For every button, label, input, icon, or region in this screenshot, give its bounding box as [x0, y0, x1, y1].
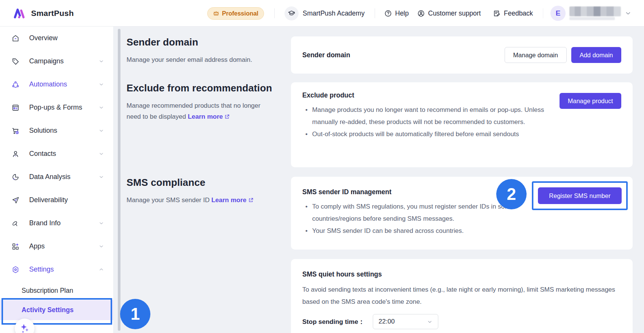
top-navigation-bar: SmartPush Professional SmartPush Academy…: [0, 0, 644, 27]
feedback-link[interactable]: Feedback: [493, 0, 533, 27]
customer-support-link[interactable]: Customer support: [417, 0, 481, 27]
avatar-initial: E: [556, 9, 561, 17]
sidebar-item-solutions[interactable]: Solutions: [0, 119, 113, 142]
external-link-icon: [248, 197, 254, 203]
avatar: E: [550, 6, 566, 21]
section-sms-compliance: SMS compliance Manage your SMS sender ID…: [127, 177, 633, 250]
exclude-product-card: Exclude product Manage products you no l…: [291, 82, 633, 167]
add-domain-button[interactable]: Add domain: [571, 47, 621, 63]
user-icon: [11, 150, 20, 158]
section-title: Sender domain: [127, 36, 276, 48]
card-title: Exclude product: [302, 91, 354, 99]
section-title: Exclude from recommendation: [127, 82, 276, 94]
shopping-cart-icon: [11, 127, 20, 135]
chevron-down-icon: [98, 220, 104, 226]
help-link[interactable]: Help: [384, 0, 409, 27]
chevron-down-icon: [625, 10, 631, 17]
chevron-down-icon: [98, 58, 104, 64]
crown-icon: [213, 10, 219, 17]
stop-sending-time-select[interactable]: 22:00: [373, 314, 438, 329]
manage-product-button[interactable]: Manage product: [560, 93, 621, 109]
sidebar-item-apps[interactable]: Apps: [0, 235, 113, 258]
sidebar-item-campaigns[interactable]: Campaigns: [0, 50, 113, 73]
automation-icon: [11, 80, 20, 89]
sms-sender-id-card: SMS sender ID management To comply with …: [291, 177, 633, 250]
smartpush-logo-icon: [13, 6, 26, 20]
send-icon: [11, 196, 20, 204]
sidebar-item-label: Automations: [29, 80, 67, 88]
section-title: SMS compliance: [127, 177, 276, 188]
chevron-down-icon: [427, 319, 433, 325]
bullet-item: Your SMS sender ID can be shared across …: [302, 225, 621, 237]
learn-more-link[interactable]: Learn more: [211, 196, 247, 204]
apps-grid-icon: [11, 242, 20, 251]
graduation-cap-icon: [284, 6, 299, 20]
pie-chart-icon: [11, 173, 20, 181]
sidebar-subitem-subscription-plan[interactable]: Subscription Plan: [0, 281, 113, 300]
sidebar-item-label: Contacts: [29, 150, 56, 158]
plan-badge[interactable]: Professional: [207, 7, 264, 20]
sidebar: Overview Campaigns Automations Pop-ups &…: [0, 27, 114, 333]
scrollbar[interactable]: [118, 29, 120, 331]
help-icon: [384, 9, 392, 17]
user-menu[interactable]: E: [550, 0, 631, 27]
sidebar-item-settings[interactable]: Settings: [0, 258, 113, 281]
main-content: Sender domain Manage your sender email a…: [114, 27, 644, 333]
annotation-step-2: 2: [496, 179, 527, 209]
chevron-down-icon: [98, 82, 104, 87]
learn-more-link[interactable]: Learn more: [188, 113, 223, 120]
chevron-down-icon: [98, 174, 104, 180]
academy-link[interactable]: SmartPush Academy: [284, 0, 364, 27]
sidebar-item-deliverability[interactable]: Deliverability: [0, 188, 113, 212]
customer-support-icon: [417, 9, 425, 17]
chevron-down-icon: [98, 105, 104, 110]
register-sms-number-button[interactable]: Register SMS number: [538, 187, 622, 204]
section-description: Manage your sender email address domain.: [127, 54, 276, 65]
chevron-down-icon: [98, 151, 104, 157]
topbar-divider: [274, 8, 275, 18]
sidebar-item-label: Data Analysis: [29, 173, 70, 181]
sidebar-item-data-analysis[interactable]: Data Analysis: [0, 165, 113, 188]
home-icon: [11, 34, 20, 42]
sidebar-item-label: Brand Info: [29, 219, 61, 227]
card-title: SMS sender ID management: [302, 188, 391, 196]
customer-support-label: Customer support: [428, 9, 481, 17]
section-description: Manage your SMS sender ID: [127, 196, 209, 204]
stop-sending-time-label: Stop sending time：: [302, 317, 364, 326]
brand-logo[interactable]: SmartPush: [13, 0, 74, 27]
annotation-highlight-box: Register SMS number: [532, 181, 628, 210]
tag-icon: [11, 57, 20, 66]
sidebar-item-label: Pop-ups & Forms: [29, 104, 82, 112]
sidebar-item-overview[interactable]: Overview: [0, 27, 113, 50]
sidebar-item-label: Campaigns: [29, 57, 64, 65]
selected-time-value: 22:00: [378, 318, 395, 325]
sidebar-item-automations[interactable]: Automations: [0, 73, 113, 96]
popup-window-icon: [11, 104, 20, 112]
sidebar-item-contacts[interactable]: Contacts: [0, 142, 113, 165]
sms-quiet-hours-card: SMS quiet hours settings To avoid sendin…: [291, 259, 633, 333]
annotation-step-1: 1: [120, 299, 150, 329]
sidebar-item-label: Deliverability: [29, 196, 68, 204]
feedback-icon: [493, 9, 501, 17]
manage-domain-button[interactable]: Manage domain: [505, 47, 567, 63]
card-title: SMS quiet hours settings: [302, 270, 382, 278]
sparkles-icon: [19, 323, 30, 333]
sidebar-item-label: Solutions: [29, 127, 57, 135]
sidebar-item-label: Apps: [29, 242, 45, 250]
card-description: To avoid sending texts at inconvenient t…: [302, 284, 617, 308]
sidebar-item-popups-forms[interactable]: Pop-ups & Forms: [0, 96, 113, 119]
brand-name: SmartPush: [31, 9, 74, 18]
chevron-up-icon: [98, 267, 104, 272]
section-sms-quiet-hours: SMS quiet hours settings To avoid sendin…: [127, 259, 633, 333]
sidebar-item-brand-info[interactable]: Brand Info: [0, 212, 113, 235]
megaphone-icon: [11, 219, 20, 228]
external-link-icon: [224, 114, 230, 119]
sidebar-subitem-label: Subscription Plan: [22, 287, 73, 295]
sidebar-item-label: Settings: [29, 265, 54, 273]
plan-badge-label: Professional: [222, 10, 258, 17]
redacted-username: [569, 6, 621, 20]
topbar-divider: [543, 8, 543, 18]
card-title: Sender domain: [302, 51, 350, 59]
feedback-label: Feedback: [504, 9, 533, 17]
sender-domain-card: Sender domain Manage domain Add domain: [291, 36, 633, 74]
